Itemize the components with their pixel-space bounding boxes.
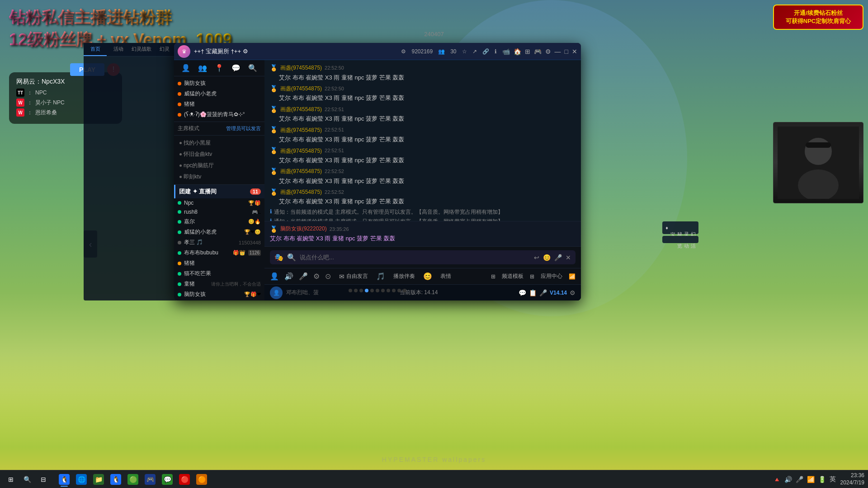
group-icon[interactable]: 👥 (198, 64, 207, 72)
free-send-btn[interactable]: ✉ 自由发言 (336, 271, 371, 282)
template-btn[interactable]: 频道模板 (499, 271, 526, 282)
dot-7 (387, 289, 390, 292)
nav-item-1[interactable]: 怀旧金曲ktv (174, 149, 264, 160)
user-icon[interactable]: 👤 (181, 64, 190, 72)
online-user-1[interactable]: 脑防女孩 (178, 78, 261, 89)
channel-wenlao[interactable]: 威猛的小老虎 🏆❤😊 (174, 227, 264, 237)
channel-dot-rush8 (178, 210, 181, 214)
msg-header-2: 🏅 画盏(974554875) 22:52:51 (270, 105, 576, 114)
tray-sound-icon[interactable]: 🔊 (783, 475, 793, 484)
ability-activity[interactable]: 活动览 (662, 236, 698, 243)
emoji-icon[interactable]: 🎭 (274, 253, 283, 262)
channel-tongzhu[interactable]: 童猪 请你上当吧啊，不会合适 (174, 279, 264, 289)
mic-btn[interactable]: 🎤 (299, 272, 308, 281)
channel-npc[interactable]: Npc 🏆🎁 (174, 198, 264, 207)
taskbar-app-edge[interactable]: 🌐 (73, 471, 90, 488)
expression-btn[interactable]: 表情 (438, 271, 454, 282)
video-icon[interactable]: 📹 (502, 48, 510, 55)
circle-btn[interactable]: ⊙ (325, 272, 331, 281)
channel-honghong[interactable]: 轰轰 🏆🎁 (174, 300, 264, 300)
windows-start-button[interactable]: ⊞ (4, 472, 18, 487)
signal-icon[interactable]: 📶 (569, 273, 576, 280)
gnav-activity[interactable]: 活动 (107, 43, 130, 56)
taskbar-app-green[interactable]: 🟢 (125, 471, 141, 488)
send-icon[interactable]: ↩ (534, 254, 539, 261)
pinned-time: 23:35:26 (330, 226, 349, 232)
pinned-user: 脑防女孩(9222020) (280, 225, 327, 233)
channel-note-tongzhu: 请你上当吧啊，不会合适 (211, 281, 261, 287)
face-icon[interactable]: 😊 (423, 272, 432, 281)
gnav-home[interactable]: 首页 (84, 43, 107, 56)
tray-battery-icon[interactable]: 🔋 (817, 475, 827, 484)
gnav-battle[interactable]: 幻灵战歌 (130, 43, 153, 56)
tray-ime-icon[interactable]: 英 (829, 474, 837, 484)
taskbar-task-view-button[interactable]: ⊟ (36, 472, 51, 487)
msg-time-1: 22:52:50 (325, 85, 344, 92)
npc-badge-line2: 可获得NPC定制坎肩背心 (778, 17, 859, 25)
taskbar-app-orange[interactable]: 🟠 (193, 471, 210, 488)
chat-icon[interactable]: 💬 (231, 64, 241, 72)
music-play-btn[interactable]: 播放伴奏 (391, 271, 418, 282)
chat-input-field[interactable] (300, 254, 530, 261)
msg-user-4: 画盏(974554875) (280, 147, 322, 155)
channel-rush8[interactable]: rush8 🎮L (174, 207, 264, 216)
online-user-4[interactable]: (ʕ·ᴥ·ʔ)🌸菠菠的青马✿⊹° (178, 109, 261, 120)
msg-content-5: 艾尔 布布 崔婉莹 X3 雨 童猪 npc 菠萝 芒果 轰轰 (270, 177, 576, 185)
overlay-title-line1: 钻粉私信主播进钻粉群 (9, 7, 232, 29)
taskbar-app-wechat[interactable]: 💬 (159, 471, 175, 488)
restore-icon[interactable]: □ (565, 48, 568, 55)
settings-btn[interactable]: ⚙ (313, 272, 320, 281)
msg-time-0: 22:52:50 (325, 65, 344, 71)
online-user-3[interactable]: 猪猪 (178, 99, 261, 109)
taskbar-app-tencent[interactable]: 🎮 (142, 471, 158, 488)
version-chat-icon[interactable]: 💬 (519, 289, 526, 296)
chat-input-actions: ↩ 😊 🎤 ✕ (534, 254, 571, 261)
channel-bubu[interactable]: 布布布bububu 🎁👑 1126 (174, 248, 264, 258)
user-dot-2 (178, 92, 181, 96)
taskbar-app-qq[interactable]: 🐧 (56, 471, 72, 488)
search-chat-icon[interactable]: 🔍 (287, 253, 296, 262)
nav-item-3[interactable]: 即刻ktv (174, 171, 264, 183)
tray-network-icon[interactable]: 📶 (806, 475, 816, 484)
npc-badge-line1: 开通/续费钻石粉丝 (778, 9, 859, 17)
version-mic-icon[interactable]: 🎤 (539, 289, 547, 296)
version-settings-icon[interactable]: ⚙ (570, 289, 576, 296)
gnav-spirit[interactable]: 幻灵 (153, 43, 176, 56)
minimize-icon[interactable]: — (555, 48, 561, 55)
taskbar-clock[interactable]: 23:36 2024/7/19 (840, 472, 868, 486)
channel-mao[interactable]: 猫不吃芒果 (174, 268, 264, 279)
avatar-btn[interactable]: 👤 (270, 272, 279, 281)
channel-jiaer[interactable]: 嘉尔 😊🔥 (174, 216, 264, 227)
game-icon[interactable]: 🎮 (534, 48, 542, 55)
tray-arrow-icon[interactable]: 🔺 (772, 475, 782, 484)
music-note-icon[interactable]: 🎵 (376, 272, 385, 281)
emotion-icon[interactable]: 😊 (543, 254, 551, 261)
grid-icon[interactable]: ⊞ (525, 48, 530, 55)
taskbar-search-button[interactable]: 🔍 (20, 472, 34, 487)
close-icon[interactable]: ✕ (572, 48, 577, 55)
channel-header[interactable]: 团建 ✦ 直播间 11 (174, 185, 264, 198)
tray-mic-icon[interactable]: 🎤 (795, 475, 804, 484)
mode-action[interactable]: 管理员可以发言 (226, 125, 261, 132)
taskbar-app-explorer[interactable]: 📁 (90, 471, 107, 488)
sound-btn[interactable]: 🔊 (284, 272, 293, 281)
ability-spirit[interactable]: 幻灵秘宝♦ (662, 221, 698, 234)
more-icon[interactable]: ✕ (566, 254, 571, 261)
mic-icon[interactable]: 🎤 (554, 254, 562, 261)
settings-icon[interactable]: ⚙ (545, 48, 551, 55)
taskbar-app-qq2[interactable]: 🐧 (108, 471, 124, 488)
online-user-2[interactable]: 威猛的小老虎 (178, 89, 261, 99)
nav-item-2[interactable]: npc的脑筋厅 (174, 160, 264, 171)
channel-naofang[interactable]: 脑防女孩 🏆🎁❤ (174, 289, 264, 300)
taskbar-app-red[interactable]: 🔴 (176, 471, 193, 488)
version-list-icon[interactable]: 📋 (529, 289, 537, 296)
search-icon[interactable]: 🔍 (248, 64, 257, 72)
app-center-btn[interactable]: 应用中心 (538, 271, 565, 282)
nav-label-0: 找的小黑屋 (184, 139, 211, 147)
channel-icon-bubu: 🎁👑 (233, 250, 245, 256)
nav-item-0[interactable]: 找的小黑屋 (174, 137, 264, 149)
location-icon[interactable]: 📍 (215, 64, 224, 72)
home-icon[interactable]: 🏠 (514, 48, 521, 55)
channel-zhuzhu[interactable]: 猪猪 (174, 258, 264, 268)
channel-xiao3[interactable]: 孝三 🎵 11503448 (174, 237, 264, 248)
